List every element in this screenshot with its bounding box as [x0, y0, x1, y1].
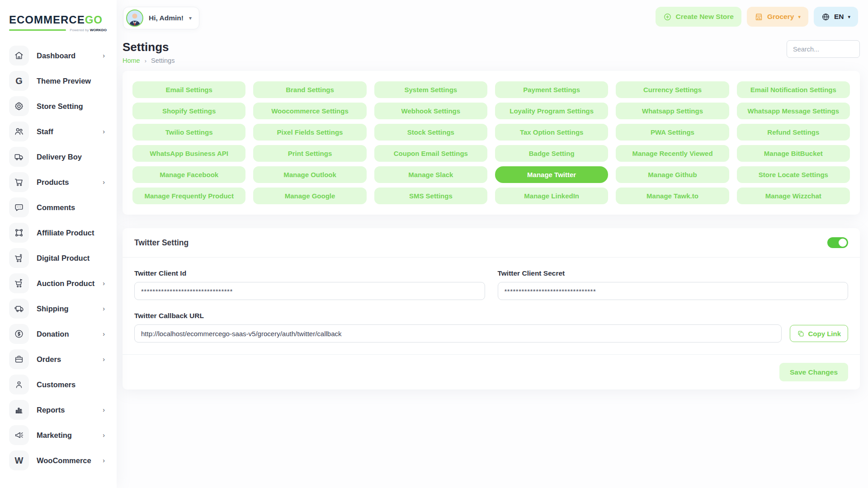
- chevron-down-icon: ▾: [189, 15, 192, 21]
- chevron-down-icon: ▾: [798, 14, 801, 20]
- sidebar-item-store-setting[interactable]: Store Setting: [0, 94, 117, 119]
- user-menu[interactable]: Hi, Admin! ▾: [123, 7, 199, 29]
- settings-tab-manage-facebook[interactable]: Manage Facebook: [132, 166, 245, 183]
- settings-tab-loyality-program-settings[interactable]: Loyality Program Settings: [495, 103, 608, 119]
- sidebar-item-marketing[interactable]: Marketing ›: [0, 422, 117, 448]
- page-container: Hi, Admin! ▾ Create New Store Grocery ▾ …: [117, 0, 868, 488]
- settings-tab-manage-linkedin[interactable]: Manage LinkedIn: [495, 188, 608, 204]
- breadcrumb-home-link[interactable]: Home: [123, 57, 140, 64]
- create-new-store-button[interactable]: Create New Store: [656, 7, 741, 27]
- copy-link-button[interactable]: Copy Link: [790, 325, 848, 342]
- callback-url-label: Twitter Callback URL: [134, 312, 848, 320]
- twitter-setting-toggle[interactable]: [827, 237, 848, 248]
- settings-tab-manage-slack[interactable]: Manage Slack: [374, 166, 487, 183]
- sidebar-item-auction-product[interactable]: Auction Product ›: [0, 271, 117, 296]
- sidebar-item-customers[interactable]: Customers: [0, 372, 117, 397]
- settings-tab-pwa-settings[interactable]: PWA Settings: [616, 124, 729, 141]
- settings-tab-shopify-settings[interactable]: Shopify Settings: [132, 103, 245, 119]
- chevron-right-icon: ›: [103, 52, 105, 59]
- sidebar-item-staff[interactable]: Staff ›: [0, 119, 117, 144]
- create-new-store-label: Create New Store: [676, 13, 734, 21]
- language-selector-button[interactable]: EN ▾: [814, 7, 858, 27]
- settings-tab-refund-settings[interactable]: Refund Settings: [737, 124, 850, 141]
- client-id-field-group: Twitter Client Id: [134, 269, 485, 300]
- settings-tab-manage-outlook[interactable]: Manage Outlook: [253, 166, 366, 183]
- chevron-right-icon: ›: [103, 330, 105, 338]
- settings-tab-manage-github[interactable]: Manage Github: [616, 166, 729, 183]
- settings-tab-email-notification-settings[interactable]: Email Notification Settings: [737, 81, 850, 98]
- settings-tab-manage-frequently-product[interactable]: Manage Frequently Product: [132, 188, 245, 204]
- sidebar-item-label: Comments: [37, 203, 75, 212]
- sidebar-item-donation[interactable]: Donation ›: [0, 321, 117, 347]
- bar-chart-icon: [9, 400, 29, 420]
- settings-tab-whatsapp-settings[interactable]: Whatsapp Settings: [616, 103, 729, 119]
- callback-url-input[interactable]: [134, 324, 782, 343]
- settings-tab-manage-wizzchat[interactable]: Manage Wizzchat: [737, 188, 850, 204]
- settings-tab-pixel-fields-settings[interactable]: Pixel Fields Settings: [253, 124, 366, 141]
- settings-tab-whatsapp-business-api[interactable]: WhatsApp Business API: [132, 145, 245, 162]
- save-changes-button[interactable]: Save Changes: [779, 363, 848, 381]
- sidebar-item-products[interactable]: Products ›: [0, 169, 117, 195]
- settings-tab-manage-bitbucket[interactable]: Manage BitBucket: [737, 145, 850, 162]
- sidebar-item-delivery-boy[interactable]: Delivery Boy: [0, 144, 117, 169]
- settings-tab-payment-settings[interactable]: Payment Settings: [495, 81, 608, 98]
- greeting-label: Hi, Admin!: [149, 14, 184, 22]
- settings-tab-manage-twitter[interactable]: Manage Twitter: [495, 166, 608, 183]
- shipping-truck-icon: [9, 299, 29, 319]
- settings-grid: Email SettingsBrand SettingsSystem Setti…: [132, 81, 850, 204]
- settings-tab-whatsapp-message-settings[interactable]: Whatsapp Message Settings: [737, 103, 850, 119]
- home-icon: [9, 46, 29, 66]
- delivery-truck-icon: [9, 147, 29, 167]
- settings-tab-manage-recently-viewed[interactable]: Manage Recently Viewed: [616, 145, 729, 162]
- settings-tab-webhook-settings[interactable]: Webhook Settings: [374, 103, 487, 119]
- panel-title: Twitter Setting: [134, 238, 189, 248]
- client-id-input[interactable]: [134, 282, 485, 300]
- settings-tab-brand-settings[interactable]: Brand Settings: [253, 81, 366, 98]
- settings-tab-manage-tawk-to[interactable]: Manage Tawk.to: [616, 188, 729, 204]
- settings-tab-manage-google[interactable]: Manage Google: [253, 188, 366, 204]
- sidebar-item-affiliate-product[interactable]: Affiliate Product: [0, 220, 117, 245]
- sidebar-item-label: Reports: [37, 406, 65, 414]
- sidebar-item-theme-preview[interactable]: G Theme Preview: [0, 68, 117, 94]
- sidebar-item-reports[interactable]: Reports ›: [0, 397, 117, 422]
- brand-name-primary: ECOMMERCE: [9, 14, 85, 26]
- person-icon: [9, 375, 29, 394]
- settings-tab-coupon-email-settings[interactable]: Coupon Email Settings: [374, 145, 487, 162]
- sidebar-item-shipping[interactable]: Shipping ›: [0, 296, 117, 321]
- sidebar-item-orders[interactable]: Orders ›: [0, 347, 117, 372]
- settings-tab-twilio-settings[interactable]: Twilio Settings: [132, 124, 245, 141]
- sidebar-item-label: WooCommerce: [37, 456, 91, 465]
- brand-logo[interactable]: ECOMMERCEGO Powered by WORKDO: [0, 10, 117, 40]
- copy-icon: [797, 330, 805, 338]
- sidebar: ECOMMERCEGO Powered by WORKDO Dashboard …: [0, 0, 117, 488]
- client-secret-input[interactable]: [498, 282, 849, 300]
- page-title: Settings: [123, 40, 175, 54]
- settings-tab-stock-settings[interactable]: Stock Settings: [374, 124, 487, 141]
- sidebar-item-label: Dashboard: [37, 52, 75, 60]
- settings-tab-email-settings[interactable]: Email Settings: [132, 81, 245, 98]
- settings-tab-print-settings[interactable]: Print Settings: [253, 145, 366, 162]
- powered-by-label: Powered by WORKDO: [70, 28, 107, 32]
- globe-icon: [821, 13, 830, 21]
- sidebar-item-digital-product[interactable]: Digital Product: [0, 245, 117, 271]
- chevron-right-icon: ›: [103, 406, 105, 413]
- sidebar-item-comments[interactable]: Comments: [0, 195, 117, 220]
- settings-tab-sms-settings[interactable]: SMS Settings: [374, 188, 487, 204]
- panel-footer: Save Changes: [123, 354, 860, 389]
- brand-name: ECOMMERCEGO: [9, 14, 107, 26]
- gear-icon: [9, 96, 29, 116]
- settings-tab-tax-option-settings[interactable]: Tax Option Settings: [495, 124, 608, 141]
- sidebar-item-woocommerce[interactable]: W WooCommerce ›: [0, 448, 117, 473]
- store-selector-button[interactable]: Grocery ▾: [747, 7, 808, 27]
- search-input[interactable]: [787, 40, 860, 58]
- sidebar-item-dashboard[interactable]: Dashboard ›: [0, 43, 117, 68]
- settings-tab-system-settings[interactable]: System Settings: [374, 81, 487, 98]
- settings-tab-badge-setting[interactable]: Badge Setting: [495, 145, 608, 162]
- panel-header: Twitter Setting: [123, 228, 860, 258]
- settings-tab-woocommerce-settings[interactable]: Woocommerce Settings: [253, 103, 366, 119]
- chevron-right-icon: ›: [103, 356, 105, 363]
- settings-tab-store-locate-settings[interactable]: Store Locate Settings: [737, 166, 850, 183]
- breadcrumb: Home › Settings: [123, 57, 175, 64]
- settings-tab-currency-settings[interactable]: Currency Settings: [616, 81, 729, 98]
- sidebar-item-label: Store Setting: [37, 102, 83, 111]
